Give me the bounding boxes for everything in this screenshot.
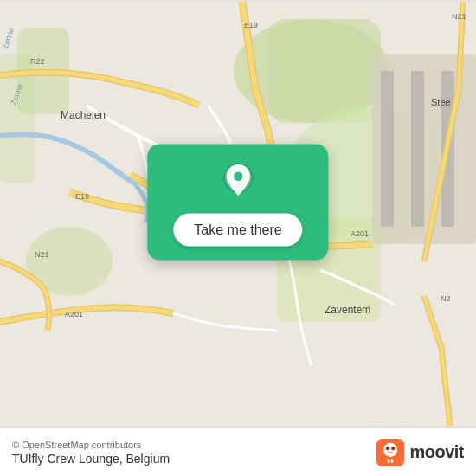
svg-text:E19: E19 bbox=[75, 192, 89, 201]
location-card: Take me there bbox=[147, 145, 328, 261]
svg-text:N21: N21 bbox=[452, 12, 466, 21]
app: R22 E19 N21 R0 E19 A201 A201 N21 A201 N2… bbox=[0, 0, 476, 476]
svg-text:A201: A201 bbox=[65, 310, 83, 318]
moovit-icon bbox=[376, 439, 404, 466]
svg-rect-38 bbox=[391, 459, 393, 463]
moovit-brand-text: moovit bbox=[409, 442, 464, 462]
take-me-there-button[interactable]: Take me there bbox=[173, 214, 302, 247]
osm-attribution: © OpenStreetMap contributors bbox=[12, 440, 170, 450]
svg-text:Stee: Stee bbox=[431, 97, 451, 107]
svg-point-35 bbox=[387, 447, 389, 449]
svg-point-36 bbox=[392, 447, 394, 449]
svg-point-30 bbox=[234, 172, 242, 181]
location-label: TUIfly Crew Lounge, Belgium bbox=[12, 452, 170, 466]
svg-text:Machelen: Machelen bbox=[61, 109, 106, 121]
svg-text:N2: N2 bbox=[441, 294, 451, 303]
svg-text:N21: N21 bbox=[35, 250, 49, 259]
svg-text:E19: E19 bbox=[244, 21, 258, 29]
map-container: R22 E19 N21 R0 E19 A201 A201 N21 A201 N2… bbox=[0, 0, 476, 428]
svg-text:A201: A201 bbox=[351, 229, 369, 238]
svg-rect-10 bbox=[411, 71, 424, 227]
footer-info: © OpenStreetMap contributors TUIfly Crew… bbox=[12, 440, 170, 466]
svg-rect-37 bbox=[388, 459, 389, 463]
footer: © OpenStreetMap contributors TUIfly Crew… bbox=[0, 428, 476, 476]
svg-rect-9 bbox=[381, 71, 394, 227]
svg-text:Zaventem: Zaventem bbox=[325, 304, 370, 316]
svg-text:R22: R22 bbox=[30, 57, 45, 66]
location-pin-icon bbox=[217, 162, 259, 203]
moovit-logo: moovit bbox=[376, 439, 464, 466]
